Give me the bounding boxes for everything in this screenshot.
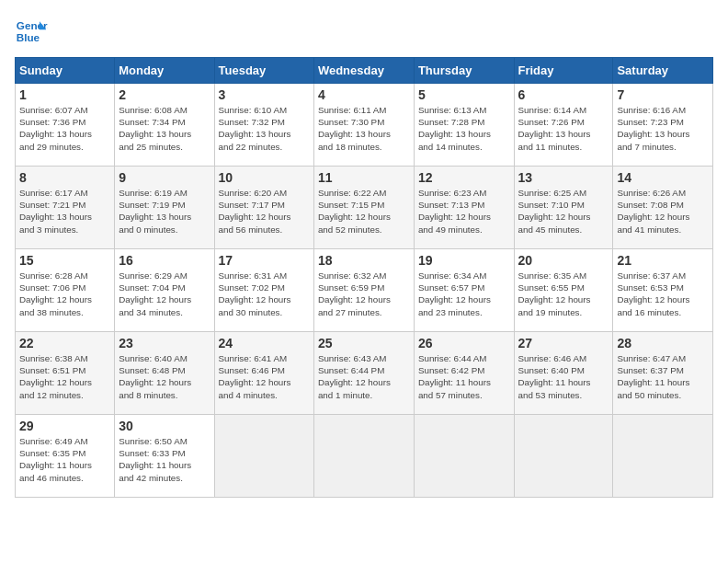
day-info: Sunrise: 6:11 AM Sunset: 7:30 PM Dayligh… xyxy=(318,104,410,153)
calendar-cell: 2Sunrise: 6:08 AM Sunset: 7:34 PM Daylig… xyxy=(115,84,214,167)
weekday-header: Saturday xyxy=(613,58,713,84)
calendar-table: SundayMondayTuesdayWednesdayThursdayFrid… xyxy=(15,57,713,498)
svg-text:Blue: Blue xyxy=(17,31,40,43)
day-info: Sunrise: 6:49 AM Sunset: 6:35 PM Dayligh… xyxy=(19,435,110,484)
day-info: Sunrise: 6:23 AM Sunset: 7:13 PM Dayligh… xyxy=(418,187,510,236)
day-number: 13 xyxy=(518,170,609,185)
calendar-cell xyxy=(414,415,514,498)
day-number: 9 xyxy=(119,170,210,185)
calendar-cell: 11Sunrise: 6:22 AM Sunset: 7:15 PM Dayli… xyxy=(313,167,414,249)
day-number: 1 xyxy=(19,87,110,102)
day-number: 22 xyxy=(19,336,110,350)
calendar-cell: 18Sunrise: 6:32 AM Sunset: 6:59 PM Dayli… xyxy=(313,249,414,332)
calendar-row: 29Sunrise: 6:49 AM Sunset: 6:35 PM Dayli… xyxy=(16,415,713,498)
day-number: 11 xyxy=(318,170,410,185)
day-info: Sunrise: 6:41 AM Sunset: 6:46 PM Dayligh… xyxy=(219,352,310,401)
day-number: 6 xyxy=(518,87,609,102)
day-number: 28 xyxy=(617,336,709,350)
day-info: Sunrise: 6:25 AM Sunset: 7:10 PM Dayligh… xyxy=(518,187,609,236)
day-number: 10 xyxy=(219,170,310,185)
calendar-row: 22Sunrise: 6:38 AM Sunset: 6:51 PM Dayli… xyxy=(16,332,713,415)
day-info: Sunrise: 6:44 AM Sunset: 6:42 PM Dayligh… xyxy=(418,352,510,401)
weekday-header: Monday xyxy=(115,58,214,84)
day-number: 3 xyxy=(219,87,310,102)
logo-icon: General Blue xyxy=(15,15,48,48)
day-info: Sunrise: 6:43 AM Sunset: 6:44 PM Dayligh… xyxy=(318,352,410,401)
calendar-cell: 25Sunrise: 6:43 AM Sunset: 6:44 PM Dayli… xyxy=(313,332,414,415)
calendar-cell: 24Sunrise: 6:41 AM Sunset: 6:46 PM Dayli… xyxy=(214,332,313,415)
calendar-cell: 7Sunrise: 6:16 AM Sunset: 7:23 PM Daylig… xyxy=(613,84,713,167)
day-info: Sunrise: 6:07 AM Sunset: 7:36 PM Dayligh… xyxy=(19,104,110,153)
day-number: 5 xyxy=(418,87,510,102)
calendar-cell: 3Sunrise: 6:10 AM Sunset: 7:32 PM Daylig… xyxy=(214,84,313,167)
day-info: Sunrise: 6:28 AM Sunset: 7:06 PM Dayligh… xyxy=(19,270,110,318)
day-info: Sunrise: 6:14 AM Sunset: 7:26 PM Dayligh… xyxy=(518,104,609,153)
calendar-cell: 14Sunrise: 6:26 AM Sunset: 7:08 PM Dayli… xyxy=(613,167,713,249)
calendar-cell: 20Sunrise: 6:35 AM Sunset: 6:55 PM Dayli… xyxy=(514,249,613,332)
day-info: Sunrise: 6:32 AM Sunset: 6:59 PM Dayligh… xyxy=(318,270,410,318)
day-number: 26 xyxy=(418,336,510,350)
day-info: Sunrise: 6:26 AM Sunset: 7:08 PM Dayligh… xyxy=(617,187,709,236)
page-header: General Blue xyxy=(15,15,713,48)
day-number: 8 xyxy=(19,170,110,185)
calendar-cell: 23Sunrise: 6:40 AM Sunset: 6:48 PM Dayli… xyxy=(115,332,214,415)
day-number: 17 xyxy=(219,253,310,268)
calendar-row: 8Sunrise: 6:17 AM Sunset: 7:21 PM Daylig… xyxy=(16,167,713,249)
calendar-cell: 16Sunrise: 6:29 AM Sunset: 7:04 PM Dayli… xyxy=(115,249,214,332)
calendar-cell: 29Sunrise: 6:49 AM Sunset: 6:35 PM Dayli… xyxy=(16,415,115,498)
day-number: 19 xyxy=(418,253,510,268)
weekday-header-row: SundayMondayTuesdayWednesdayThursdayFrid… xyxy=(16,58,713,84)
day-info: Sunrise: 6:35 AM Sunset: 6:55 PM Dayligh… xyxy=(518,270,609,318)
calendar-row: 1Sunrise: 6:07 AM Sunset: 7:36 PM Daylig… xyxy=(16,84,713,167)
calendar-cell xyxy=(214,415,313,498)
weekday-header: Friday xyxy=(514,58,613,84)
calendar-cell: 13Sunrise: 6:25 AM Sunset: 7:10 PM Dayli… xyxy=(514,167,613,249)
calendar-cell xyxy=(613,415,713,498)
day-info: Sunrise: 6:22 AM Sunset: 7:15 PM Dayligh… xyxy=(318,187,410,236)
day-info: Sunrise: 6:40 AM Sunset: 6:48 PM Dayligh… xyxy=(119,352,210,401)
day-info: Sunrise: 6:46 AM Sunset: 6:40 PM Dayligh… xyxy=(518,352,609,401)
calendar-row: 15Sunrise: 6:28 AM Sunset: 7:06 PM Dayli… xyxy=(16,249,713,332)
day-number: 16 xyxy=(119,253,210,268)
svg-text:General: General xyxy=(17,19,48,31)
calendar-cell: 5Sunrise: 6:13 AM Sunset: 7:28 PM Daylig… xyxy=(414,84,514,167)
day-number: 14 xyxy=(617,170,709,185)
weekday-header: Sunday xyxy=(16,58,115,84)
calendar-cell: 12Sunrise: 6:23 AM Sunset: 7:13 PM Dayli… xyxy=(414,167,514,249)
calendar-cell: 21Sunrise: 6:37 AM Sunset: 6:53 PM Dayli… xyxy=(613,249,713,332)
day-number: 7 xyxy=(617,87,709,102)
calendar-cell: 22Sunrise: 6:38 AM Sunset: 6:51 PM Dayli… xyxy=(16,332,115,415)
calendar-cell xyxy=(514,415,613,498)
day-info: Sunrise: 6:13 AM Sunset: 7:28 PM Dayligh… xyxy=(418,104,510,153)
day-number: 15 xyxy=(19,253,110,268)
calendar-cell: 28Sunrise: 6:47 AM Sunset: 6:37 PM Dayli… xyxy=(613,332,713,415)
calendar-cell: 6Sunrise: 6:14 AM Sunset: 7:26 PM Daylig… xyxy=(514,84,613,167)
weekday-header: Thursday xyxy=(414,58,514,84)
day-number: 20 xyxy=(518,253,609,268)
day-number: 12 xyxy=(418,170,510,185)
day-info: Sunrise: 6:50 AM Sunset: 6:33 PM Dayligh… xyxy=(119,435,210,484)
calendar-cell: 4Sunrise: 6:11 AM Sunset: 7:30 PM Daylig… xyxy=(313,84,414,167)
calendar-cell: 30Sunrise: 6:50 AM Sunset: 6:33 PM Dayli… xyxy=(115,415,214,498)
calendar-cell: 17Sunrise: 6:31 AM Sunset: 7:02 PM Dayli… xyxy=(214,249,313,332)
day-info: Sunrise: 6:38 AM Sunset: 6:51 PM Dayligh… xyxy=(19,352,110,401)
weekday-header: Wednesday xyxy=(313,58,414,84)
day-info: Sunrise: 6:31 AM Sunset: 7:02 PM Dayligh… xyxy=(219,270,310,318)
calendar-cell xyxy=(313,415,414,498)
day-number: 25 xyxy=(318,336,410,350)
day-number: 2 xyxy=(119,87,210,102)
calendar-cell: 10Sunrise: 6:20 AM Sunset: 7:17 PM Dayli… xyxy=(214,167,313,249)
day-number: 24 xyxy=(219,336,310,350)
calendar-cell: 1Sunrise: 6:07 AM Sunset: 7:36 PM Daylig… xyxy=(16,84,115,167)
calendar-cell: 8Sunrise: 6:17 AM Sunset: 7:21 PM Daylig… xyxy=(16,167,115,249)
day-info: Sunrise: 6:19 AM Sunset: 7:19 PM Dayligh… xyxy=(119,187,210,236)
day-info: Sunrise: 6:34 AM Sunset: 6:57 PM Dayligh… xyxy=(418,270,510,318)
day-info: Sunrise: 6:08 AM Sunset: 7:34 PM Dayligh… xyxy=(119,104,210,153)
logo: General Blue xyxy=(15,15,51,48)
calendar-cell: 26Sunrise: 6:44 AM Sunset: 6:42 PM Dayli… xyxy=(414,332,514,415)
calendar-cell: 27Sunrise: 6:46 AM Sunset: 6:40 PM Dayli… xyxy=(514,332,613,415)
day-info: Sunrise: 6:10 AM Sunset: 7:32 PM Dayligh… xyxy=(219,104,310,153)
day-number: 21 xyxy=(617,253,709,268)
day-number: 30 xyxy=(119,419,210,433)
day-number: 23 xyxy=(119,336,210,350)
